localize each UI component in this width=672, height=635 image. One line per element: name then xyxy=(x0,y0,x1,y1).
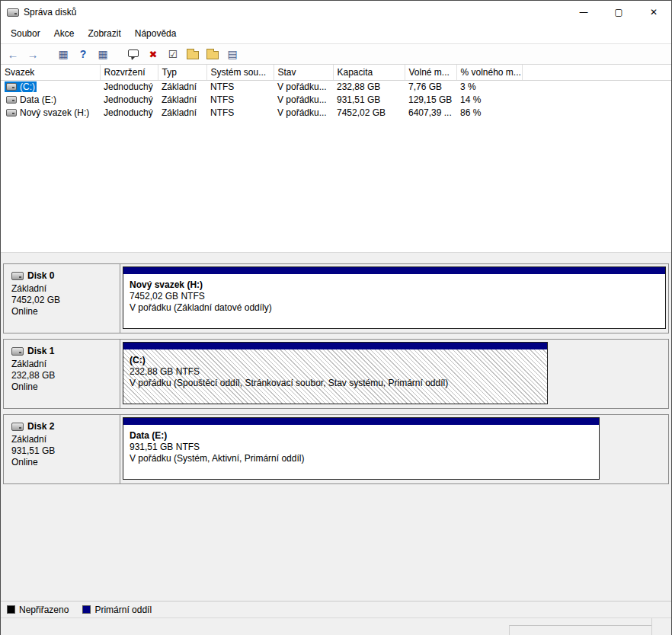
close-button[interactable]: ✕ xyxy=(636,1,671,24)
maximize-button[interactable]: ▢ xyxy=(601,1,636,24)
cell-capacity: 931,51 GB xyxy=(333,94,405,107)
disk-status: Online xyxy=(11,306,120,318)
partition-label: Data (E:) xyxy=(130,430,599,442)
cell-layout: Jednoduchý xyxy=(100,107,158,120)
open-folder-icon[interactable] xyxy=(184,45,202,63)
partition-size: 7452,02 GB NTFS xyxy=(130,291,665,302)
disk-2-info[interactable]: Disk 2 Základní 931,51 GB Online xyxy=(4,415,120,483)
disk-size: 931,51 GB xyxy=(11,445,120,457)
disk-type: Základní xyxy=(11,359,120,370)
cell-fs: NTFS xyxy=(206,80,274,94)
col-kapacita[interactable]: Kapacita xyxy=(333,65,405,80)
titlebar[interactable]: Správa disků — ▢ ✕ xyxy=(1,1,671,24)
cell-fs: NTFS xyxy=(206,107,274,120)
partition-e[interactable]: Data (E:) 931,51 GB NTFS V pořádku (Syst… xyxy=(123,417,600,480)
unallocated-swatch xyxy=(7,605,15,614)
disk-name: Disk 2 xyxy=(27,421,54,432)
legend: Nepřiřazeno Primární oddíl xyxy=(1,601,671,617)
disk-1-info[interactable]: Disk 1 Základní 232,88 GB Online xyxy=(4,340,120,408)
cell-type: Základní xyxy=(158,94,206,107)
partition-c[interactable]: (C:) 232,88 GB NTFS V pořádku (Spouštěcí… xyxy=(123,342,548,404)
console-tree-icon[interactable]: ▦ xyxy=(54,45,72,63)
drive-icon xyxy=(6,83,17,91)
cell-free: 6407,39 ... xyxy=(405,107,456,120)
col-filler xyxy=(522,65,671,80)
volume-row-h[interactable]: Nový svazek (H:) Jednoduchý Základní NTF… xyxy=(1,107,671,120)
disk-row-0: Disk 0 Základní 7452,02 GB Online Nový s… xyxy=(3,263,669,333)
legend-primary-partition: Primární oddíl xyxy=(82,605,152,615)
cell-status: V pořádku... xyxy=(274,80,333,94)
volume-table: Svazek Rozvržení Typ Systém sou... Stav … xyxy=(1,65,671,120)
cell-type: Základní xyxy=(158,80,206,94)
partition-status: V pořádku (Systém, Aktivní, Primární odd… xyxy=(130,453,599,464)
disk-row-1: Disk 1 Základní 232,88 GB Online (C:) 23… xyxy=(3,339,669,409)
properties-icon[interactable]: ▤ xyxy=(223,45,242,63)
disk-0-info[interactable]: Disk 0 Základní 7452,02 GB Online xyxy=(4,264,120,333)
cell-status: V pořádku... xyxy=(274,107,333,120)
cell-volume: Data (E:) xyxy=(1,94,100,107)
disk-name: Disk 1 xyxy=(27,346,54,357)
window-title: Správa disků xyxy=(24,7,76,18)
statusbar-pane xyxy=(509,625,651,635)
partition-label: (C:) xyxy=(130,355,547,366)
pane-splitter[interactable] xyxy=(1,252,671,258)
forward-icon[interactable]: → xyxy=(24,45,42,63)
cell-free: 7,76 GB xyxy=(405,80,456,94)
disk-icon xyxy=(11,347,24,356)
cell-type: Základní xyxy=(158,107,206,120)
primary-partition-swatch xyxy=(82,605,91,614)
graphical-pane: Disk 0 Základní 7452,02 GB Online Nový s… xyxy=(1,258,671,601)
partition-size: 232,88 GB NTFS xyxy=(130,366,547,378)
action-dialog-icon[interactable] xyxy=(124,45,142,63)
volume-row-c[interactable]: (C:) Jednoduchý Základní NTFS V pořádku.… xyxy=(1,80,671,94)
disk-type: Základní xyxy=(11,283,120,295)
delete-volume-icon[interactable]: ✖ xyxy=(144,45,162,63)
export-list-icon[interactable]: ▦ xyxy=(94,45,112,63)
volume-list-pane: Svazek Rozvržení Typ Systém sou... Stav … xyxy=(1,65,671,252)
volume-table-header: Svazek Rozvržení Typ Systém sou... Stav … xyxy=(1,65,671,80)
statusbar xyxy=(1,617,671,635)
primary-partition-strip xyxy=(123,343,547,349)
explore-folder-icon[interactable] xyxy=(203,45,222,63)
col-stav[interactable]: Stav xyxy=(274,65,333,80)
partition-label: Nový svazek (H:) xyxy=(130,279,665,291)
primary-partition-strip xyxy=(123,267,665,274)
disk-row-2: Disk 2 Základní 931,51 GB Online Data (E… xyxy=(3,414,669,484)
partition-status: V pořádku (Základní datové oddíly) xyxy=(130,302,665,314)
volume-row-e[interactable]: Data (E:) Jednoduchý Základní NTFS V poř… xyxy=(1,94,671,107)
disk-type: Základní xyxy=(11,434,120,445)
cell-layout: Jednoduchý xyxy=(100,80,158,94)
menu-zobrazit[interactable]: Zobrazit xyxy=(81,25,127,42)
minimize-button[interactable]: — xyxy=(566,1,601,24)
partition-h[interactable]: Nový svazek (H:) 7452,02 GB NTFS V pořád… xyxy=(123,266,666,329)
partition-size: 931,51 GB NTFS xyxy=(130,442,599,453)
disk-icon xyxy=(11,272,24,280)
mark-active-icon[interactable]: ☑ xyxy=(164,45,182,63)
statusbar-grip xyxy=(651,618,671,635)
cell-volume: Nový svazek (H:) xyxy=(1,107,100,120)
disk-icon xyxy=(11,423,24,431)
cell-fs: NTFS xyxy=(206,94,274,107)
menu-akce[interactable]: Akce xyxy=(47,25,82,42)
cell-capacity: 7452,02 GB xyxy=(333,107,405,120)
partition-status: V pořádku (Spouštěcí oddíl, Stránkovací … xyxy=(130,378,547,389)
col-svazek[interactable]: Svazek xyxy=(1,65,100,80)
drive-icon xyxy=(6,96,17,104)
col-system-souboru[interactable]: Systém sou... xyxy=(206,65,274,80)
cell-volume: (C:) xyxy=(1,80,100,94)
cell-layout: Jednoduchý xyxy=(100,94,158,107)
legend-unallocated: Nepřiřazeno xyxy=(7,605,69,615)
col-rozvrzeni[interactable]: Rozvržení xyxy=(100,65,158,80)
menu-soubor[interactable]: Soubor xyxy=(4,25,47,42)
back-icon[interactable]: ← xyxy=(4,45,22,63)
cell-free: 129,15 GB xyxy=(405,94,456,107)
col-typ[interactable]: Typ xyxy=(158,65,206,80)
drive-icon xyxy=(6,109,17,116)
help-icon[interactable]: ? xyxy=(74,45,92,63)
disk-size: 7452,02 GB xyxy=(11,295,120,306)
col-procento-volneho[interactable]: % volného m... xyxy=(456,65,522,80)
menu-napoveda[interactable]: Nápověda xyxy=(128,25,184,42)
disk-size: 232,88 GB xyxy=(11,370,120,381)
col-volne-misto[interactable]: Volné m... xyxy=(405,65,456,80)
menubar: Soubor Akce Zobrazit Nápověda xyxy=(1,24,671,43)
